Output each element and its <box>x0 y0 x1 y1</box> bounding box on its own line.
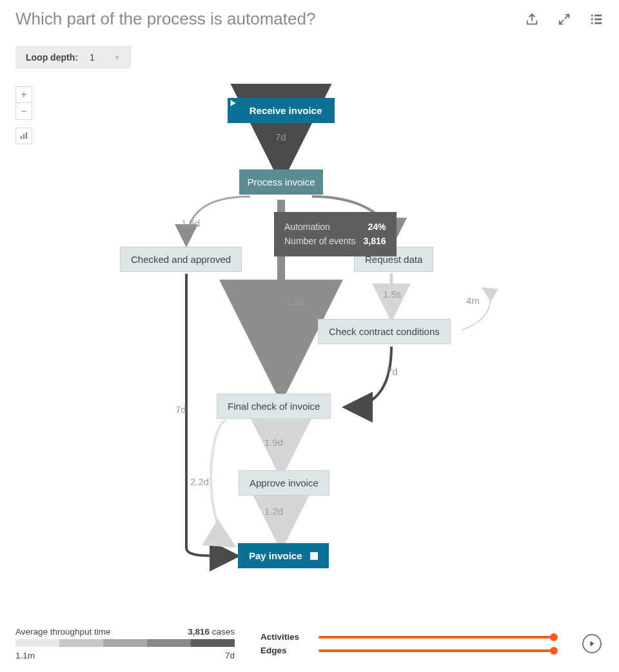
activities-slider[interactable] <box>319 636 555 638</box>
tooltip-events-label: Number of events <box>284 234 356 248</box>
svg-rect-5 <box>594 22 602 24</box>
node-label: Approve invoice <box>250 477 319 488</box>
edges-layer <box>0 84 619 586</box>
tooltip-automation-label: Automation <box>284 220 330 234</box>
animate-play-button[interactable] <box>582 634 602 653</box>
header-actions <box>525 12 604 26</box>
process-diagram[interactable]: 7d 1.5d 1.1d 1.9d 1.5s 4m 7d 7d 1.9d 2.2… <box>0 84 619 573</box>
legend-max: 7d <box>225 651 235 660</box>
node-process-invoice[interactable]: Process invoice <box>239 169 323 195</box>
node-label: Check contract conditions <box>329 326 440 337</box>
edges-slider[interactable] <box>319 649 555 652</box>
slider-handle-icon[interactable] <box>550 647 558 655</box>
node-label: Receive invoice <box>250 105 322 116</box>
sub-controls: Loop depth: 1 ▼ <box>0 35 619 74</box>
tooltip-events-value: 3,816 <box>364 234 386 248</box>
node-pay-invoice[interactable]: Pay invoice <box>238 543 329 568</box>
slider-label-activities: Activities <box>260 632 307 642</box>
attributes-list-icon[interactable] <box>589 12 604 26</box>
loop-depth-label: Loop depth: <box>26 52 78 62</box>
svg-rect-1 <box>594 14 602 16</box>
slider-label-edges: Edges <box>260 646 307 655</box>
legend-gradient <box>15 639 235 647</box>
end-square-icon <box>310 552 318 560</box>
page-title: Which part of the process is automated? <box>15 9 315 29</box>
legend-title: Average throughput time <box>15 627 111 637</box>
svg-rect-4 <box>591 22 593 24</box>
slider-handle-icon[interactable] <box>550 633 558 641</box>
svg-rect-3 <box>594 18 602 20</box>
node-label: Pay invoice <box>249 550 302 561</box>
share-icon[interactable] <box>525 12 539 26</box>
loop-depth-value: 1 <box>90 52 95 62</box>
chevron-down-icon: ▼ <box>114 54 121 61</box>
svg-rect-0 <box>591 14 593 16</box>
page-header: Which part of the process is automated? <box>0 0 619 35</box>
legend-min: 1.1m <box>15 651 35 660</box>
node-receive-invoice[interactable]: Receive invoice <box>228 98 335 123</box>
node-approve-invoice[interactable]: Approve invoice <box>239 470 329 495</box>
loop-depth-dropdown[interactable]: Loop depth: 1 ▼ <box>15 46 131 69</box>
tooltip-automation-value: 24% <box>368 220 386 234</box>
svg-rect-2 <box>591 18 593 20</box>
node-final-check[interactable]: Final check of invoice <box>217 394 331 419</box>
node-label: Final check of invoice <box>228 401 320 412</box>
footer-bar: Average throughput time 3,816 cases 1.1m… <box>0 627 619 672</box>
expand-icon[interactable] <box>557 12 571 26</box>
node-label: Process invoice <box>247 177 315 187</box>
tooltip: Automation 24% Number of events 3,816 <box>274 212 397 256</box>
legend-cases: 3,816 cases <box>188 627 235 637</box>
play-button-wrap <box>580 634 604 653</box>
node-checked-approved[interactable]: Checked and approved <box>120 247 242 272</box>
node-check-contract[interactable]: Check contract conditions <box>318 319 451 344</box>
node-label: Checked and approved <box>131 254 231 265</box>
slider-panel: Activities Edges <box>260 628 555 659</box>
throughput-legend: Average throughput time 3,816 cases 1.1m… <box>15 627 235 660</box>
